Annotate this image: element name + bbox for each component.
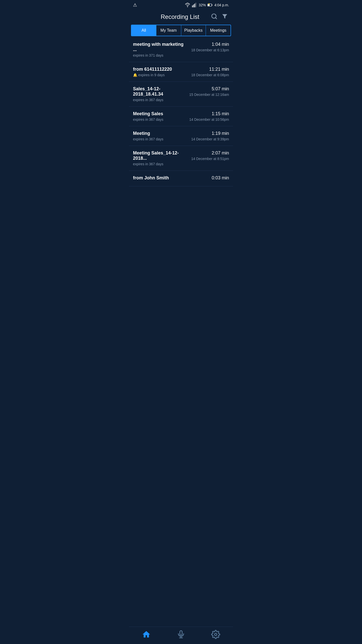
settings-nav-icon[interactable] <box>211 630 220 640</box>
bell-icon: 🔔 <box>133 73 137 77</box>
recording-item[interactable]: Sales_14-12-2018_18.41.34expires in 367 … <box>129 82 233 107</box>
recording-left: Meeting Salesexpires in 367 days <box>133 111 189 122</box>
tab-meetings[interactable]: Meetings <box>206 25 231 36</box>
recording-expires: expires in 367 days <box>133 117 186 122</box>
signal-icon <box>192 2 197 8</box>
tab-playbacks[interactable]: Playbacks <box>181 25 206 36</box>
recording-item[interactable]: from 61411112220🔔expires in 9 days11:21 … <box>129 62 233 82</box>
recording-left: meeting with marketing ...expires in 371… <box>133 42 191 57</box>
recording-left: from John Smith <box>133 175 212 182</box>
recording-date: 14 December at 10:56pm <box>189 117 229 122</box>
bottom-nav <box>129 627 233 644</box>
recording-title: meeting with marketing ... <box>133 42 188 52</box>
filter-icon[interactable] <box>221 13 228 21</box>
status-right: 32% 4:04 p.m. <box>185 2 229 8</box>
recording-right: 1:04 min18 December at 6:13pm <box>191 42 229 52</box>
recording-duration: 1:15 min <box>189 111 229 116</box>
svg-point-0 <box>187 7 188 7</box>
tab-all[interactable]: All <box>131 25 156 36</box>
recording-expires: expires in 367 days <box>133 162 188 166</box>
recording-title: Meeting <box>133 131 188 136</box>
recording-expires: expires in 367 days <box>133 137 188 141</box>
recording-left: Meetingexpires in 367 days <box>133 131 191 141</box>
recording-list: meeting with marketing ...expires in 371… <box>129 37 233 186</box>
header-actions <box>211 13 228 21</box>
recording-left: Meeting Sales_14-12-2018...expires in 36… <box>133 150 191 166</box>
recording-right: 2:07 min14 December at 8:51pm <box>191 150 229 161</box>
recording-duration: 0:03 min <box>212 175 229 181</box>
recording-right: 1:15 min14 December at 10:56pm <box>189 111 229 122</box>
content-area: meeting with marketing ...expires in 371… <box>129 37 233 204</box>
svg-rect-1 <box>192 6 193 7</box>
recording-item[interactable]: Meeting Salesexpires in 367 days1:15 min… <box>129 107 233 126</box>
recording-duration: 1:19 min <box>191 131 229 136</box>
recording-expires: 🔔expires in 9 days <box>133 73 188 77</box>
recording-date: 18 December at 6:13pm <box>191 48 229 52</box>
svg-rect-2 <box>193 5 194 7</box>
warning-icon: ⚠ <box>133 2 137 8</box>
recording-title: from John Smith <box>133 175 209 181</box>
svg-line-8 <box>215 18 217 19</box>
recording-date: 15 December at 12:16am <box>189 93 229 97</box>
recording-item[interactable]: from John Smith0:03 min <box>129 171 233 186</box>
recording-duration: 11:21 min <box>191 67 229 72</box>
home-nav-icon[interactable] <box>142 630 151 640</box>
tabs-container: All My Team Playbacks Meetings <box>131 25 231 36</box>
recording-right: 1:19 min14 December at 9:39pm <box>191 131 229 141</box>
microphone-nav-icon[interactable] <box>176 630 186 640</box>
recording-right: 11:21 min18 December at 6:08pm <box>191 67 229 77</box>
battery-icon <box>207 2 213 8</box>
page-title: Recording List <box>149 13 211 20</box>
recording-date: 14 December at 9:39pm <box>191 137 229 141</box>
svg-rect-6 <box>208 4 209 6</box>
recording-right: 5:07 min15 December at 12:16am <box>189 86 229 97</box>
recording-expires: expires in 371 days <box>133 53 188 57</box>
status-left: ⚠ <box>133 2 137 8</box>
app-header: Recording List <box>129 10 233 25</box>
svg-rect-4 <box>195 3 196 7</box>
recording-date: 14 December at 8:51pm <box>191 157 229 161</box>
svg-rect-9 <box>180 631 182 635</box>
recording-date: 18 December at 6:08pm <box>191 73 229 77</box>
recording-left: from 61411112220🔔expires in 9 days <box>133 67 191 77</box>
recording-expires: expires in 367 days <box>133 98 186 102</box>
recording-title: from 61411112220 <box>133 67 188 72</box>
recording-left: Sales_14-12-2018_18.41.34expires in 367 … <box>133 86 189 102</box>
battery-percentage: 32% <box>199 3 206 7</box>
tab-my-team[interactable]: My Team <box>156 25 181 36</box>
search-icon[interactable] <box>211 13 217 21</box>
recording-title: Sales_14-12-2018_18.41.34 <box>133 86 186 97</box>
recording-title: Meeting Sales_14-12-2018... <box>133 150 188 161</box>
wifi-icon <box>185 2 190 8</box>
recording-item[interactable]: meeting with marketing ...expires in 371… <box>129 37 233 62</box>
svg-rect-3 <box>194 4 195 8</box>
recording-right: 0:03 min <box>212 175 229 182</box>
svg-point-12 <box>215 633 217 636</box>
recording-duration: 5:07 min <box>189 86 229 92</box>
recording-duration: 2:07 min <box>191 150 229 156</box>
recording-title: Meeting Sales <box>133 111 186 116</box>
recording-item[interactable]: Meeting Sales_14-12-2018...expires in 36… <box>129 146 233 171</box>
time-display: 4:04 p.m. <box>214 3 229 7</box>
recording-item[interactable]: Meetingexpires in 367 days1:19 min14 Dec… <box>129 126 233 146</box>
status-bar: ⚠ 32% 4:04 p.m. <box>129 0 233 10</box>
recording-duration: 1:04 min <box>191 42 229 47</box>
